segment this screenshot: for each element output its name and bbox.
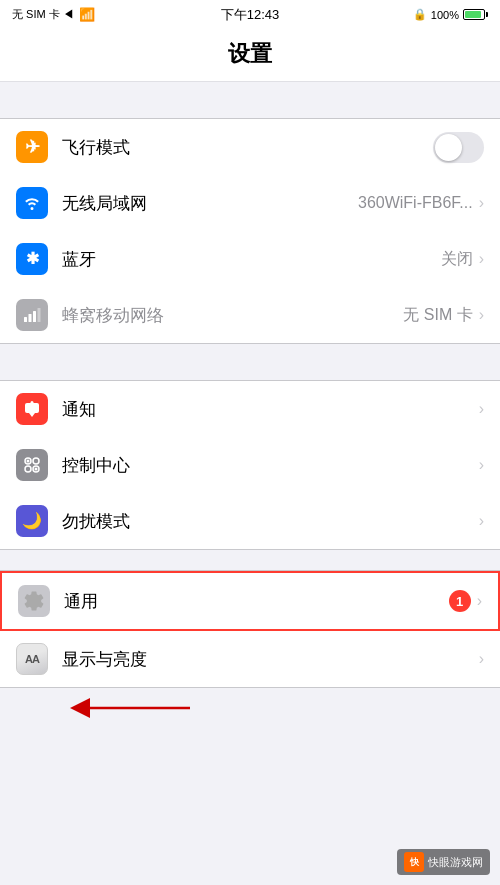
- svg-rect-0: [24, 317, 27, 322]
- cellular-value: 无 SIM 卡: [403, 305, 472, 326]
- wifi-icon-wrap: [16, 187, 48, 219]
- svg-rect-3: [38, 308, 41, 322]
- status-bar: 无 SIM 卡 ◀ 📶 下午12:43 🔒 100%: [0, 0, 500, 29]
- notifications-chevron: ›: [479, 400, 484, 418]
- page-title: 设置: [0, 39, 500, 69]
- watermark-text: 快眼游戏网: [428, 855, 483, 870]
- control-center-label: 控制中心: [62, 454, 479, 477]
- cellular-row[interactable]: 蜂窝移动网络 无 SIM 卡 ›: [0, 287, 500, 343]
- watermark-logo: 快: [404, 852, 424, 872]
- bluetooth-row[interactable]: ✱ 蓝牙 关闭 ›: [0, 231, 500, 287]
- general-label: 通用: [64, 590, 449, 613]
- wifi-row[interactable]: 无线局域网 360WiFi-FB6F... ›: [0, 175, 500, 231]
- display-row[interactable]: AA 显示与亮度 ›: [0, 631, 500, 687]
- bluetooth-value: 关闭: [441, 249, 473, 270]
- wifi-label: 无线局域网: [62, 192, 358, 215]
- display-label: 显示与亮度: [62, 648, 479, 671]
- general-right: 1 ›: [449, 590, 482, 612]
- section-gap-3: [0, 550, 500, 570]
- control-center-icon: [22, 455, 42, 475]
- svg-point-9: [25, 466, 31, 472]
- notifications-label: 通知: [62, 398, 479, 421]
- status-time: 下午12:43: [221, 6, 280, 24]
- bluetooth-right: 关闭 ›: [441, 249, 484, 270]
- cellular-icon: [22, 305, 42, 325]
- section-gap-2: [0, 344, 500, 380]
- svg-rect-1: [29, 314, 32, 322]
- airplane-icon: ✈: [25, 138, 40, 156]
- svg-rect-6: [31, 401, 34, 404]
- svg-point-11: [27, 460, 30, 463]
- notifications-icon: [22, 399, 42, 419]
- section-gap-1: [0, 82, 500, 118]
- sim-status: 无 SIM 卡 ◀: [12, 7, 74, 22]
- cellular-right: 无 SIM 卡 ›: [403, 305, 484, 326]
- general-highlight-border: 通用 1 ›: [0, 571, 500, 631]
- connectivity-group: ✈ 飞行模式 无线局域网 360WiFi-FB6F... › ✱ 蓝牙 关闭 ›: [0, 118, 500, 344]
- bluetooth-label: 蓝牙: [62, 248, 441, 271]
- cellular-label: 蜂窝移动网络: [62, 304, 403, 327]
- status-left: 无 SIM 卡 ◀ 📶: [12, 7, 95, 22]
- gear-icon: [24, 591, 44, 611]
- airplane-mode-toggle[interactable]: [433, 132, 484, 163]
- control-center-row[interactable]: 控制中心 ›: [0, 437, 500, 493]
- display-chevron: ›: [479, 650, 484, 668]
- status-right: 🔒 100%: [413, 8, 488, 21]
- do-not-disturb-right: ›: [479, 512, 484, 530]
- svg-rect-4: [25, 403, 39, 413]
- notifications-right: ›: [479, 400, 484, 418]
- control-center-chevron: ›: [479, 456, 484, 474]
- do-not-disturb-label: 勿扰模式: [62, 510, 479, 533]
- airplane-mode-row[interactable]: ✈ 飞行模式: [0, 119, 500, 175]
- arrow-annotation: [60, 688, 200, 727]
- general-row[interactable]: 通用 1 ›: [2, 573, 498, 629]
- airplane-mode-right: [433, 132, 484, 163]
- watermark: 快 快眼游戏网: [397, 849, 490, 875]
- battery-icon: [463, 9, 488, 20]
- wifi-right: 360WiFi-FB6F... ›: [358, 194, 484, 212]
- do-not-disturb-icon-wrap: 🌙: [16, 505, 48, 537]
- general-chevron: ›: [477, 592, 482, 610]
- wifi-value: 360WiFi-FB6F...: [358, 194, 473, 212]
- svg-point-8: [33, 458, 39, 464]
- battery-percent: 100%: [431, 9, 459, 21]
- wifi-icon: 📶: [79, 7, 95, 22]
- control-center-right: ›: [479, 456, 484, 474]
- airplane-icon-wrap: ✈: [16, 131, 48, 163]
- bluetooth-icon: ✱: [26, 251, 39, 267]
- cellular-icon-wrap: [16, 299, 48, 331]
- svg-rect-2: [33, 311, 36, 322]
- cellular-chevron: ›: [479, 306, 484, 324]
- notifications-icon-wrap: [16, 393, 48, 425]
- wifi-chevron: ›: [479, 194, 484, 212]
- display-right: ›: [479, 650, 484, 668]
- display-icon-wrap: AA: [16, 643, 48, 675]
- wifi-icon-svg: [22, 193, 42, 213]
- bluetooth-icon-wrap: ✱: [16, 243, 48, 275]
- system-group: 通知 › 控制中心 › 🌙 勿扰模式 ›: [0, 380, 500, 550]
- svg-point-12: [35, 468, 38, 471]
- do-not-disturb-row[interactable]: 🌙 勿扰模式 ›: [0, 493, 500, 549]
- do-not-disturb-chevron: ›: [479, 512, 484, 530]
- airplane-mode-label: 飞行模式: [62, 136, 433, 159]
- bluetooth-chevron: ›: [479, 250, 484, 268]
- general-badge: 1: [449, 590, 471, 612]
- svg-marker-5: [29, 413, 35, 417]
- general-icon-wrap: [18, 585, 50, 617]
- general-group: 通用 1 › AA 显示与亮度 ›: [0, 570, 500, 688]
- moon-icon: 🌙: [22, 513, 42, 529]
- aa-icon: AA: [25, 653, 39, 665]
- control-center-icon-wrap: [16, 449, 48, 481]
- lock-icon: 🔒: [413, 8, 427, 21]
- notifications-row[interactable]: 通知 ›: [0, 381, 500, 437]
- page-title-bar: 设置: [0, 29, 500, 82]
